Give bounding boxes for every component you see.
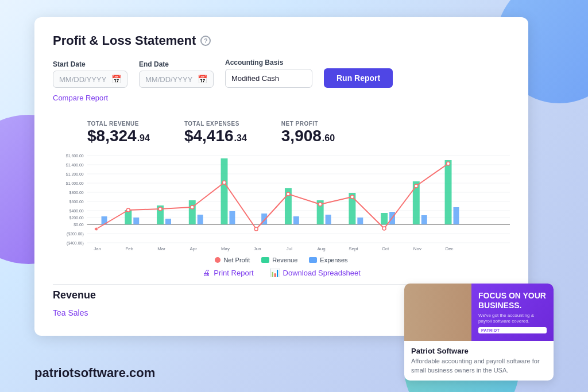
card-header: Profit & Loss Statement ? bbox=[53, 33, 510, 48]
svg-point-47 bbox=[126, 208, 130, 212]
svg-rect-35 bbox=[133, 218, 139, 224]
ad-subtext: We've got the accounting & payroll softw… bbox=[478, 313, 547, 325]
total-revenue-metric: TOTAL REVENUE $8,324.94 bbox=[87, 121, 150, 145]
start-date-input[interactable]: MM/DD/YYYY 📅 bbox=[53, 71, 127, 88]
svg-point-55 bbox=[382, 227, 386, 230]
legend-net-profit-dot bbox=[215, 257, 220, 263]
total-revenue-dollars: $8,324 bbox=[87, 127, 137, 145]
svg-text:($400.00): ($400.00) bbox=[67, 241, 84, 246]
svg-text:Nov: Nov bbox=[413, 246, 421, 251]
compare-report-link[interactable]: Compare Report bbox=[53, 94, 108, 102]
svg-rect-26 bbox=[221, 158, 228, 224]
net-profit-cents: .60 bbox=[322, 133, 335, 143]
legend-revenue: Revenue bbox=[261, 257, 297, 263]
svg-text:$200.00: $200.00 bbox=[69, 216, 84, 220]
total-expenses-dollars: $4,416 bbox=[184, 127, 234, 145]
svg-text:Dec: Dec bbox=[445, 246, 453, 251]
end-date-input[interactable]: MM/DD/YYYY 📅 bbox=[139, 71, 214, 88]
chart-svg: $1,600.00 $1,400.00 $1,200.00 $1,000.00 … bbox=[53, 150, 510, 253]
legend-expenses-bar bbox=[309, 257, 317, 263]
svg-point-48 bbox=[158, 207, 162, 211]
svg-text:Mar: Mar bbox=[157, 246, 165, 251]
net-profit-value: 3,908.60 bbox=[281, 127, 335, 145]
svg-rect-37 bbox=[198, 215, 203, 224]
svg-rect-36 bbox=[165, 219, 171, 224]
total-expenses-label: TOTAL EXPENSES bbox=[184, 121, 247, 127]
svg-point-49 bbox=[191, 205, 194, 209]
svg-rect-42 bbox=[357, 218, 363, 224]
run-report-button[interactable]: Run Report bbox=[324, 68, 393, 88]
svg-text:$0.00: $0.00 bbox=[74, 223, 84, 227]
end-date-group: End Date MM/DD/YYYY 📅 bbox=[139, 60, 214, 88]
print-report-link[interactable]: 🖨 Print Report bbox=[202, 268, 253, 277]
svg-text:Sept: Sept bbox=[349, 246, 358, 251]
svg-text:$1,200.00: $1,200.00 bbox=[66, 172, 84, 176]
svg-rect-40 bbox=[293, 216, 299, 224]
download-spreadsheet-link[interactable]: 📊 Download Spreadsheet bbox=[270, 268, 361, 277]
ad-badge: PATRIOT bbox=[478, 327, 547, 333]
svg-text:May: May bbox=[221, 246, 230, 251]
legend-expenses-label: Expenses bbox=[320, 257, 347, 263]
chart-legend: Net Profit Revenue Expenses bbox=[53, 257, 510, 263]
svg-point-46 bbox=[95, 227, 98, 231]
svg-point-56 bbox=[415, 184, 418, 188]
start-date-value: MM/DD/YYYY bbox=[59, 75, 107, 84]
spreadsheet-icon: 📊 bbox=[270, 268, 280, 277]
start-date-calendar-icon[interactable]: 📅 bbox=[111, 75, 121, 84]
net-profit-label: NET PROFIT bbox=[281, 121, 335, 127]
svg-point-57 bbox=[447, 162, 450, 165]
accounting-basis-select-wrap: Modified Cash Cash Accrual bbox=[225, 69, 312, 88]
svg-point-50 bbox=[223, 181, 226, 184]
end-date-label: End Date bbox=[139, 60, 214, 68]
svg-text:Apr: Apr bbox=[190, 246, 198, 251]
legend-expenses: Expenses bbox=[309, 257, 347, 263]
ad-image-section: FOCUS ON YOUR BUSINESS. We've got the ac… bbox=[404, 284, 554, 341]
total-revenue-label: TOTAL REVENUE bbox=[87, 121, 150, 127]
actions-row: 🖨 Print Report 📊 Download Spreadsheet bbox=[53, 268, 510, 277]
ad-headline: FOCUS ON YOUR BUSINESS. bbox=[478, 291, 547, 311]
svg-text:$400.00: $400.00 bbox=[69, 209, 84, 213]
card-title-text: Profit & Loss Statement bbox=[53, 33, 196, 48]
svg-text:$600.00: $600.00 bbox=[69, 200, 84, 204]
accounting-basis-group: Accounting Basis Modified Cash Cash Accr… bbox=[225, 59, 312, 88]
svg-rect-44 bbox=[421, 215, 427, 224]
legend-net-profit: Net Profit bbox=[215, 257, 250, 263]
print-report-label: Print Report bbox=[214, 269, 253, 277]
svg-text:Jul: Jul bbox=[287, 246, 292, 251]
ad-company-name: Patriot Software bbox=[411, 347, 547, 355]
start-date-label: Start Date bbox=[53, 60, 127, 68]
svg-point-53 bbox=[319, 203, 322, 206]
legend-net-profit-label: Net Profit bbox=[223, 257, 250, 263]
legend-revenue-label: Revenue bbox=[272, 257, 297, 263]
form-row: Start Date MM/DD/YYYY 📅 End Date MM/DD/Y… bbox=[53, 59, 510, 88]
total-expenses-metric: TOTAL EXPENSES $4,416.34 bbox=[184, 121, 247, 145]
svg-rect-45 bbox=[453, 207, 459, 224]
chart-area: $1,600.00 $1,400.00 $1,200.00 $1,000.00 … bbox=[53, 150, 510, 253]
download-spreadsheet-label: Download Spreadsheet bbox=[283, 269, 361, 277]
svg-text:Jan: Jan bbox=[94, 246, 101, 251]
end-date-calendar-icon[interactable]: 📅 bbox=[198, 75, 207, 84]
ad-overlay: FOCUS ON YOUR BUSINESS. We've got the ac… bbox=[471, 284, 554, 341]
ad-card: FOCUS ON YOUR BUSINESS. We've got the ac… bbox=[404, 284, 554, 381]
svg-rect-33 bbox=[445, 160, 452, 224]
help-icon[interactable]: ? bbox=[200, 36, 211, 46]
end-date-value: MM/DD/YYYY bbox=[145, 75, 193, 84]
metrics-row: TOTAL REVENUE $8,324.94 TOTAL EXPENSES $… bbox=[87, 121, 510, 145]
accounting-basis-select[interactable]: Modified Cash Cash Accrual bbox=[226, 69, 312, 87]
svg-text:Aug: Aug bbox=[318, 246, 326, 251]
ad-description: Affordable accounting and payroll softwa… bbox=[411, 357, 547, 375]
svg-point-51 bbox=[254, 227, 258, 231]
accounting-basis-label: Accounting Basis bbox=[225, 59, 312, 67]
site-name: patriotsoftware.com bbox=[34, 366, 155, 381]
net-profit-metric: NET PROFIT 3,908.60 bbox=[281, 121, 335, 145]
legend-revenue-bar bbox=[261, 257, 269, 263]
svg-point-54 bbox=[350, 195, 354, 199]
svg-rect-25 bbox=[189, 200, 196, 224]
start-date-group: Start Date MM/DD/YYYY 📅 bbox=[53, 60, 127, 88]
ad-body: Patriot Software Affordable accounting a… bbox=[404, 341, 554, 381]
svg-text:$1,600.00: $1,600.00 bbox=[66, 154, 84, 158]
svg-text:$1,400.00: $1,400.00 bbox=[66, 163, 84, 167]
total-expenses-cents: .34 bbox=[234, 133, 247, 143]
svg-rect-31 bbox=[381, 213, 388, 224]
print-icon: 🖨 bbox=[202, 268, 210, 277]
